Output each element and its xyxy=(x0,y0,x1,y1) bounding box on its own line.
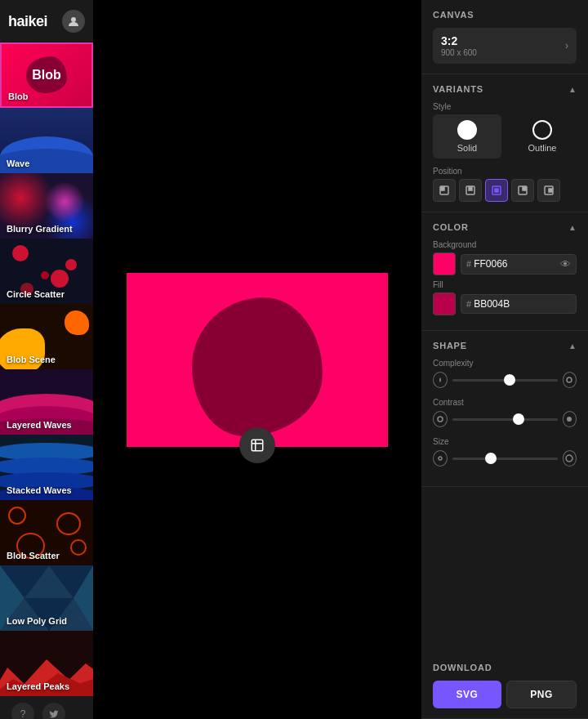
pattern-label-layered-waves: Layered Waves xyxy=(7,420,72,430)
sidebar-item-blurry-gradient[interactable]: Blurry Gradient xyxy=(0,173,93,239)
svg-point-0 xyxy=(71,17,76,22)
size-min-icon xyxy=(433,450,448,467)
png-download-button[interactable]: PNG xyxy=(506,681,577,708)
canvas-ratio-button[interactable]: 3:2 900 x 600 › xyxy=(433,28,577,64)
pattern-label-low-poly-grid: Low Poly Grid xyxy=(7,616,67,626)
fill-hex-input[interactable] xyxy=(474,298,531,310)
svg-point-23 xyxy=(439,457,442,460)
svg-rect-17 xyxy=(523,187,526,190)
bg-label: Background xyxy=(433,240,577,249)
fill-hex-wrap: # xyxy=(461,294,577,314)
color-title: COLOR xyxy=(433,222,469,232)
panel-spacer xyxy=(421,487,588,653)
download-buttons: SVG PNG xyxy=(433,681,577,708)
variants-chevron-icon[interactable]: ▲ xyxy=(568,85,577,94)
svg-rect-9 xyxy=(252,440,263,451)
sidebar-item-stacked-waves[interactable]: Stacked Waves xyxy=(0,435,93,500)
complexity-slider[interactable] xyxy=(452,379,558,382)
contrast-slider[interactable] xyxy=(452,418,558,421)
sidebar-footer: ? xyxy=(0,696,93,719)
pattern-label-circle-scatter: Circle Scatter xyxy=(7,289,65,299)
canvas-preview xyxy=(127,273,388,447)
sidebar-item-layered-waves[interactable]: Layered Waves xyxy=(0,369,93,435)
shape-chevron-icon[interactable]: ▲ xyxy=(568,342,577,351)
background-hex-wrap: # 👁 xyxy=(461,254,577,275)
variants-header: VARIANTS ▲ xyxy=(433,84,577,94)
pattern-label-blurry-gradient: Blurry Gradient xyxy=(7,224,73,234)
contrast-label: Contrast xyxy=(433,398,577,407)
fill-swatch[interactable] xyxy=(433,293,456,315)
avatar-button[interactable] xyxy=(62,10,85,33)
pos-tr-button[interactable] xyxy=(511,179,534,202)
pos-top-button[interactable] xyxy=(459,179,482,202)
background-color-row: # 👁 xyxy=(433,252,577,275)
style-outline-option[interactable]: Outline xyxy=(508,114,577,159)
shape-header: SHAPE ▲ xyxy=(433,341,577,351)
chevron-right-icon: › xyxy=(565,40,568,51)
sidebar: haikei Blob Wave Blurry Gradient xyxy=(0,0,93,719)
app-logo: haikei xyxy=(8,13,47,30)
randomize-button[interactable] xyxy=(239,427,275,463)
color-header: COLOR ▲ xyxy=(433,222,577,232)
sidebar-item-blob-scene[interactable]: Blob Scene xyxy=(0,304,93,369)
eye-button-bg[interactable]: 👁 xyxy=(560,258,571,270)
blob-shape xyxy=(192,297,323,436)
size-max-icon xyxy=(563,450,577,467)
svg-rect-19 xyxy=(549,189,552,192)
svg-rect-13 xyxy=(469,187,472,190)
background-hex-input[interactable] xyxy=(474,258,531,270)
help-button[interactable]: ? xyxy=(11,703,34,719)
style-solid-option[interactable]: Solid xyxy=(433,114,501,159)
color-section: COLOR ▲ Background # 👁 Fill # xyxy=(421,212,588,331)
sidebar-item-blob[interactable]: Blob xyxy=(0,42,93,108)
svg-rect-15 xyxy=(495,189,498,192)
solid-label: Solid xyxy=(457,143,477,153)
complexity-row: Complexity xyxy=(433,359,577,388)
svg-point-20 xyxy=(567,377,572,382)
complexity-min-icon xyxy=(433,372,448,388)
twitter-button[interactable] xyxy=(42,703,65,719)
shape-title: SHAPE xyxy=(433,341,467,351)
pattern-label-blob: Blob xyxy=(8,92,28,101)
style-label: Style xyxy=(433,102,577,111)
pattern-label-wave: Wave xyxy=(7,159,29,168)
sidebar-item-circle-scatter[interactable]: Circle Scatter xyxy=(0,239,93,304)
variants-title: VARIANTS xyxy=(433,84,483,94)
ratio-value: 3:2 xyxy=(441,34,477,47)
canvas-section-header: CANVAS xyxy=(433,10,577,20)
pos-center-button[interactable] xyxy=(485,179,508,202)
sidebar-item-layered-peaks[interactable]: Layered Peaks xyxy=(0,631,93,696)
size-row: Size xyxy=(433,437,577,467)
background-swatch[interactable] xyxy=(433,252,456,275)
fill-color-row: # xyxy=(433,293,577,315)
sidebar-item-blob-scatter[interactable]: Blob Scatter xyxy=(0,500,93,565)
svg-download-button[interactable]: SVG xyxy=(433,681,501,708)
app-header: haikei xyxy=(0,0,93,42)
sidebar-item-wave[interactable]: Wave xyxy=(0,108,93,173)
shape-section: SHAPE ▲ Complexity Contrast xyxy=(421,331,588,487)
contrast-row: Contrast xyxy=(433,398,577,427)
download-title: DOWNLOAD xyxy=(433,663,492,672)
size-slider[interactable] xyxy=(452,458,558,460)
svg-rect-11 xyxy=(441,187,444,190)
pattern-label-blob-scene: Blob Scene xyxy=(7,355,56,364)
sidebar-item-low-poly-grid[interactable]: Low Poly Grid xyxy=(0,565,93,631)
complexity-label: Complexity xyxy=(433,359,577,368)
canvas-title: CANVAS xyxy=(433,10,474,20)
fill-label: Fill xyxy=(433,280,577,289)
outline-label: Outline xyxy=(528,143,557,153)
position-label: Position xyxy=(433,167,577,176)
svg-point-24 xyxy=(566,455,572,462)
pattern-label-layered-peaks: Layered Peaks xyxy=(7,681,69,691)
pos-right-button[interactable] xyxy=(537,179,560,202)
ratio-dims: 900 x 600 xyxy=(441,48,477,57)
main-canvas xyxy=(93,0,421,719)
color-chevron-icon[interactable]: ▲ xyxy=(568,223,577,232)
variants-section: VARIANTS ▲ Style Solid Outline Position xyxy=(421,74,588,212)
pattern-label-stacked-waves: Stacked Waves xyxy=(7,485,72,495)
hash-icon-bg: # xyxy=(466,259,471,269)
pos-tl-button[interactable] xyxy=(433,179,456,202)
contrast-min-icon xyxy=(433,411,448,427)
svg-point-22 xyxy=(567,417,572,422)
canvas-section: CANVAS 3:2 900 x 600 › xyxy=(421,0,588,74)
